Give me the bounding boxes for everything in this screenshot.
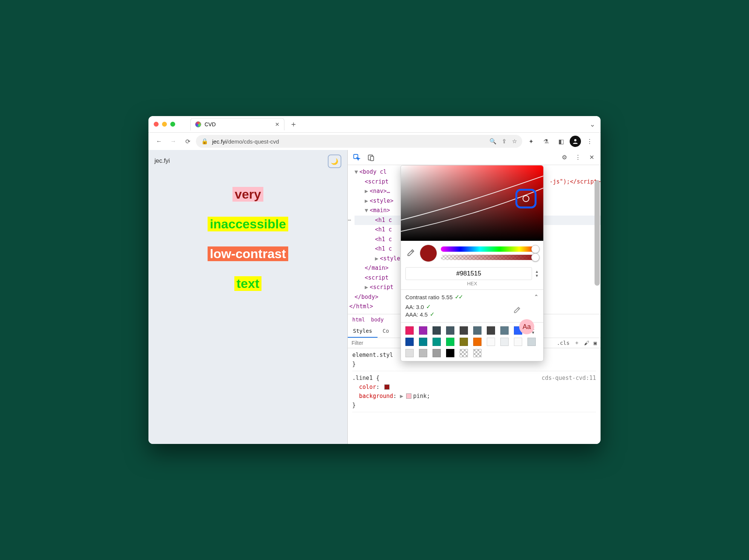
device-mode-button[interactable]: [366, 152, 376, 163]
palette-swatch[interactable]: [419, 338, 427, 346]
styles-format-button[interactable]: 🖌: [584, 340, 589, 346]
reload-button[interactable]: ⟳: [182, 135, 194, 147]
close-devtools-button[interactable]: ✕: [586, 152, 597, 163]
sv-handle-highlight[interactable]: [515, 189, 537, 208]
hex-label: HEX: [401, 281, 543, 289]
css-prop[interactable]: color: [359, 384, 376, 390]
site-brand: jec.fyi: [154, 158, 341, 164]
hex-input[interactable]: [405, 267, 532, 280]
close-window-button[interactable]: [154, 122, 159, 127]
palette-swatch[interactable]: [419, 326, 427, 335]
close-tab-button[interactable]: ✕: [275, 121, 280, 127]
palette-swatch[interactable]: [419, 349, 427, 357]
tab-styles[interactable]: Styles: [348, 325, 378, 338]
format-switch[interactable]: ▲▼: [535, 269, 539, 278]
dark-mode-toggle[interactable]: 🌙: [328, 155, 341, 168]
tab-computed[interactable]: Co: [378, 325, 394, 338]
palette-swatch[interactable]: [433, 349, 441, 357]
color-swatch[interactable]: [384, 384, 390, 390]
palette-swatch[interactable]: [487, 338, 495, 346]
color-swatch[interactable]: [406, 393, 411, 399]
share-icon[interactable]: ⇪: [502, 138, 507, 145]
palette-swatch[interactable]: [446, 326, 454, 335]
tabs-overflow-button[interactable]: ⌄: [590, 120, 595, 129]
palette-swatch[interactable]: [514, 338, 522, 346]
alpha-knob[interactable]: [531, 253, 540, 262]
dom-node[interactable]: <h1 c: [375, 226, 392, 233]
contrast-section: Contrast ratio 5.55 ✓✓ ⌃ AA: 3.0 ✓ AAA:: [401, 289, 543, 322]
dom-node[interactable]: <style>: [370, 197, 393, 204]
rule-line1[interactable]: .line1 { cds-quest-cvd:11 color: backgro…: [352, 373, 596, 412]
breadcrumb-item[interactable]: body: [371, 317, 384, 323]
forward-button[interactable]: →: [167, 135, 179, 147]
extensions-button[interactable]: ✦: [524, 135, 537, 148]
dom-node[interactable]: <h1 c: [375, 236, 392, 243]
scrollbar-thumb[interactable]: [595, 180, 600, 286]
aa-label: AA: 3.0: [405, 304, 424, 310]
eyedropper-button[interactable]: [405, 249, 416, 258]
zoom-icon[interactable]: 🔍: [489, 138, 497, 145]
chrome-menu-button[interactable]: ⋮: [583, 135, 596, 148]
palette-swatch[interactable]: [500, 338, 509, 346]
palette-swatch[interactable]: [473, 326, 482, 335]
color-picker: ▲▼ HEX Contrast ratio 5.55 ✓✓ ⌃ AA: 3.0: [400, 165, 544, 361]
collapse-button[interactable]: ⌃: [534, 294, 539, 300]
sv-square[interactable]: [401, 165, 543, 241]
dom-node[interactable]: </html>: [349, 303, 373, 310]
palette-swatch[interactable]: [405, 338, 414, 346]
dom-node[interactable]: <script: [365, 274, 388, 281]
palette-swatch[interactable]: [527, 338, 536, 346]
dom-text: -js");</script>: [550, 177, 601, 187]
dom-node[interactable]: <nav>…: [370, 188, 390, 194]
css-prop[interactable]: background: [359, 393, 393, 399]
devtools-menu-button[interactable]: ⋮: [573, 152, 583, 163]
hue-slider[interactable]: [441, 246, 539, 252]
alpha-slider[interactable]: [441, 255, 539, 260]
inspect-element-button[interactable]: [352, 152, 362, 163]
palette-swatch[interactable]: [500, 326, 509, 335]
devtools-panel: ⚙ ⋮ ✕ ▼<body cl <script-js");</script> ▶…: [347, 150, 601, 444]
css-value[interactable]: pink: [413, 393, 426, 399]
palette-swatch[interactable]: [460, 349, 468, 357]
palette-swatch[interactable]: [460, 338, 468, 346]
bookmark-icon[interactable]: ☆: [512, 138, 517, 145]
palette-swatch[interactable]: [433, 326, 441, 335]
dom-node[interactable]: <style: [380, 255, 400, 262]
palette-swatch[interactable]: [473, 349, 482, 357]
palette-swatch[interactable]: [405, 349, 414, 357]
maximize-window-button[interactable]: [170, 122, 175, 127]
minimize-window-button[interactable]: [162, 122, 167, 127]
dom-node[interactable]: <h1 c: [375, 245, 392, 252]
browser-tab[interactable]: CVD ✕: [190, 118, 284, 130]
palette-swatch[interactable]: [405, 326, 414, 335]
contrast-eyedropper[interactable]: [513, 306, 521, 315]
palette-swatch[interactable]: [446, 349, 454, 357]
labs-button[interactable]: ⚗: [540, 135, 552, 148]
new-tab-button[interactable]: ＋: [290, 119, 297, 129]
side-panel-button[interactable]: ◧: [555, 135, 567, 148]
dom-node[interactable]: <script: [365, 178, 388, 185]
new-rule-button[interactable]: ＋: [574, 340, 579, 346]
palette-swatch[interactable]: [433, 338, 441, 346]
url-input[interactable]: 🔒 jec.fyi/demo/cds-quest-cvd 🔍 ⇪ ☆: [196, 135, 522, 148]
settings-button[interactable]: ⚙: [559, 152, 570, 163]
cls-toggle[interactable]: .cls: [557, 340, 570, 346]
breadcrumb-item[interactable]: html: [352, 317, 365, 323]
dom-node[interactable]: <main>: [370, 207, 390, 214]
palette-swatch[interactable]: [473, 338, 482, 346]
check-icon: ✓✓: [455, 294, 462, 300]
palette-swatch[interactable]: [487, 326, 495, 335]
scrollbar[interactable]: [595, 180, 600, 444]
dom-node[interactable]: </main>: [365, 265, 388, 271]
rule-source-link[interactable]: cds-quest-cvd:11: [542, 373, 596, 383]
dom-node[interactable]: <body cl: [359, 168, 387, 175]
back-button[interactable]: ←: [153, 135, 165, 147]
palette-swatch[interactable]: [446, 338, 454, 346]
dom-node[interactable]: </body>: [355, 294, 378, 300]
profile-button[interactable]: [570, 136, 581, 147]
dom-node[interactable]: <script: [370, 284, 393, 291]
dom-node-selected[interactable]: <h1 c: [375, 217, 392, 223]
palette-swatch[interactable]: [460, 326, 468, 335]
hue-knob[interactable]: [531, 245, 540, 253]
page-viewport: jec.fyi 🌙 very inaccessible low-contrast…: [148, 150, 347, 444]
